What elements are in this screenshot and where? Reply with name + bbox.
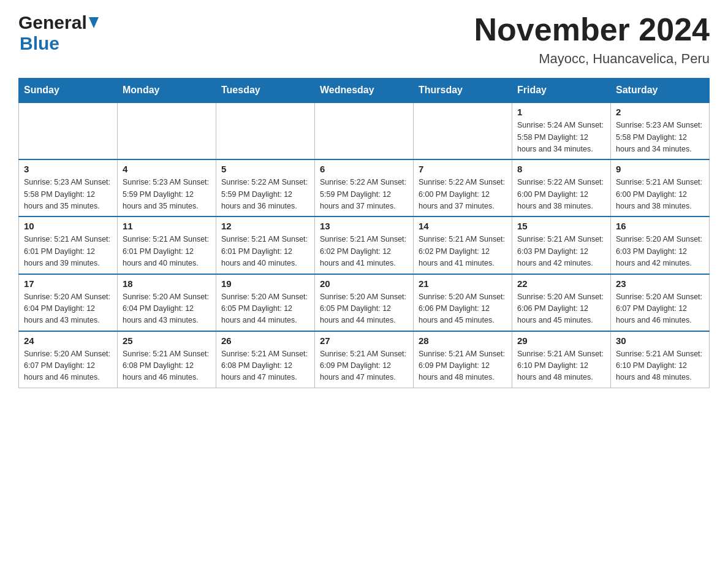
day-info: Sunrise: 5:23 AM Sunset: 5:58 PM Dayligh…	[24, 177, 112, 212]
day-number: 9	[616, 164, 704, 174]
calendar-cell: 14Sunrise: 5:21 AM Sunset: 6:02 PM Dayli…	[414, 216, 512, 274]
day-info: Sunrise: 5:24 AM Sunset: 5:58 PM Dayligh…	[517, 120, 605, 155]
calendar-cell: 5Sunrise: 5:22 AM Sunset: 5:59 PM Daylig…	[216, 159, 315, 216]
calendar-cell: 2Sunrise: 5:23 AM Sunset: 5:58 PM Daylig…	[611, 102, 710, 159]
logo-triangle-icon	[89, 17, 99, 31]
day-info: Sunrise: 5:21 AM Sunset: 6:08 PM Dayligh…	[123, 348, 211, 384]
day-info: Sunrise: 5:21 AM Sunset: 6:09 PM Dayligh…	[320, 348, 408, 384]
calendar-cell: 18Sunrise: 5:20 AM Sunset: 6:04 PM Dayli…	[118, 274, 216, 331]
calendar-cell	[118, 102, 216, 159]
day-number: 27	[320, 335, 408, 346]
calendar-cell: 26Sunrise: 5:21 AM Sunset: 6:08 PM Dayli…	[216, 331, 315, 388]
day-number: 24	[24, 335, 112, 346]
page-title: November 2024	[474, 12, 710, 47]
calendar-cell: 1Sunrise: 5:24 AM Sunset: 5:58 PM Daylig…	[512, 102, 611, 159]
day-number: 3	[24, 164, 112, 174]
calendar-cell: 10Sunrise: 5:21 AM Sunset: 6:01 PM Dayli…	[19, 216, 118, 274]
day-number: 19	[221, 278, 309, 289]
day-info: Sunrise: 5:22 AM Sunset: 5:59 PM Dayligh…	[221, 177, 309, 212]
calendar-cell: 3Sunrise: 5:23 AM Sunset: 5:58 PM Daylig…	[19, 159, 118, 216]
calendar-cell: 8Sunrise: 5:22 AM Sunset: 6:00 PM Daylig…	[512, 159, 611, 216]
calendar-cell: 28Sunrise: 5:21 AM Sunset: 6:09 PM Dayli…	[414, 331, 512, 388]
day-number: 17	[24, 278, 112, 289]
calendar-cell: 13Sunrise: 5:21 AM Sunset: 6:02 PM Dayli…	[315, 216, 414, 274]
day-number: 16	[616, 221, 704, 231]
day-info: Sunrise: 5:20 AM Sunset: 6:03 PM Dayligh…	[616, 234, 704, 269]
week-row-3: 10Sunrise: 5:21 AM Sunset: 6:01 PM Dayli…	[19, 216, 710, 274]
day-info: Sunrise: 5:22 AM Sunset: 6:00 PM Dayligh…	[517, 177, 605, 212]
day-number: 6	[320, 164, 408, 174]
calendar-cell: 22Sunrise: 5:20 AM Sunset: 6:06 PM Dayli…	[512, 274, 611, 331]
calendar-cell: 19Sunrise: 5:20 AM Sunset: 6:05 PM Dayli…	[216, 274, 315, 331]
title-area: November 2024 Mayocc, Huancavelica, Peru	[474, 12, 710, 67]
day-info: Sunrise: 5:21 AM Sunset: 6:00 PM Dayligh…	[616, 177, 704, 212]
logo-blue-text: Blue	[20, 33, 59, 54]
week-row-5: 24Sunrise: 5:20 AM Sunset: 6:07 PM Dayli…	[19, 331, 710, 388]
day-info: Sunrise: 5:21 AM Sunset: 6:10 PM Dayligh…	[616, 348, 704, 384]
day-number: 14	[419, 221, 507, 231]
week-row-1: 1Sunrise: 5:24 AM Sunset: 5:58 PM Daylig…	[19, 102, 710, 159]
day-info: Sunrise: 5:23 AM Sunset: 5:59 PM Dayligh…	[123, 177, 211, 212]
day-info: Sunrise: 5:20 AM Sunset: 6:06 PM Dayligh…	[419, 291, 507, 327]
day-number: 23	[616, 278, 704, 289]
day-info: Sunrise: 5:21 AM Sunset: 6:09 PM Dayligh…	[419, 348, 507, 384]
calendar-header-monday: Monday	[118, 79, 216, 103]
calendar-cell: 20Sunrise: 5:20 AM Sunset: 6:05 PM Dayli…	[315, 274, 414, 331]
calendar-cell: 6Sunrise: 5:22 AM Sunset: 5:59 PM Daylig…	[315, 159, 414, 216]
calendar-cell: 29Sunrise: 5:21 AM Sunset: 6:10 PM Dayli…	[512, 331, 611, 388]
calendar-cell: 23Sunrise: 5:20 AM Sunset: 6:07 PM Dayli…	[611, 274, 710, 331]
day-info: Sunrise: 5:21 AM Sunset: 6:01 PM Dayligh…	[123, 234, 211, 269]
day-info: Sunrise: 5:21 AM Sunset: 6:02 PM Dayligh…	[419, 234, 507, 269]
calendar-cell: 7Sunrise: 5:22 AM Sunset: 6:00 PM Daylig…	[414, 159, 512, 216]
day-number: 29	[517, 335, 605, 346]
calendar-cell: 9Sunrise: 5:21 AM Sunset: 6:00 PM Daylig…	[611, 159, 710, 216]
day-number: 20	[320, 278, 408, 289]
logo: General Blue	[18, 12, 99, 54]
calendar-cell: 11Sunrise: 5:21 AM Sunset: 6:01 PM Dayli…	[118, 216, 216, 274]
calendar-header-wednesday: Wednesday	[315, 79, 414, 103]
calendar-header-row: SundayMondayTuesdayWednesdayThursdayFrid…	[19, 79, 710, 103]
day-info: Sunrise: 5:21 AM Sunset: 6:03 PM Dayligh…	[517, 234, 605, 269]
day-info: Sunrise: 5:20 AM Sunset: 6:05 PM Dayligh…	[221, 291, 309, 327]
svg-marker-0	[89, 17, 99, 28]
day-number: 7	[419, 164, 507, 174]
calendar-cell: 16Sunrise: 5:20 AM Sunset: 6:03 PM Dayli…	[611, 216, 710, 274]
calendar-cell: 25Sunrise: 5:21 AM Sunset: 6:08 PM Dayli…	[118, 331, 216, 388]
calendar-header-thursday: Thursday	[414, 79, 512, 103]
day-info: Sunrise: 5:21 AM Sunset: 6:10 PM Dayligh…	[517, 348, 605, 384]
day-info: Sunrise: 5:21 AM Sunset: 6:02 PM Dayligh…	[320, 234, 408, 269]
day-info: Sunrise: 5:23 AM Sunset: 5:58 PM Dayligh…	[616, 120, 704, 155]
day-info: Sunrise: 5:22 AM Sunset: 5:59 PM Dayligh…	[320, 177, 408, 212]
location-subtitle: Mayocc, Huancavelica, Peru	[474, 51, 710, 67]
day-number: 12	[221, 221, 309, 231]
calendar-cell: 27Sunrise: 5:21 AM Sunset: 6:09 PM Dayli…	[315, 331, 414, 388]
day-info: Sunrise: 5:20 AM Sunset: 6:07 PM Dayligh…	[616, 291, 704, 327]
day-number: 26	[221, 335, 309, 346]
logo-general-text: General	[18, 12, 87, 33]
day-number: 15	[517, 221, 605, 231]
calendar-cell: 24Sunrise: 5:20 AM Sunset: 6:07 PM Dayli…	[19, 331, 118, 388]
day-info: Sunrise: 5:20 AM Sunset: 6:07 PM Dayligh…	[24, 348, 112, 384]
day-info: Sunrise: 5:20 AM Sunset: 6:05 PM Dayligh…	[320, 291, 408, 327]
calendar-cell: 12Sunrise: 5:21 AM Sunset: 6:01 PM Dayli…	[216, 216, 315, 274]
calendar-cell	[19, 102, 118, 159]
day-number: 2	[616, 107, 704, 117]
day-number: 4	[123, 164, 211, 174]
day-number: 13	[320, 221, 408, 231]
day-number: 5	[221, 164, 309, 174]
calendar-cell: 21Sunrise: 5:20 AM Sunset: 6:06 PM Dayli…	[414, 274, 512, 331]
day-number: 1	[517, 107, 605, 117]
day-number: 25	[123, 335, 211, 346]
calendar-header-sunday: Sunday	[19, 79, 118, 103]
day-info: Sunrise: 5:22 AM Sunset: 6:00 PM Dayligh…	[419, 177, 507, 212]
page-header: General Blue November 2024 Mayocc, Huanc…	[18, 12, 710, 67]
day-number: 8	[517, 164, 605, 174]
calendar-table: SundayMondayTuesdayWednesdayThursdayFrid…	[18, 78, 710, 388]
day-info: Sunrise: 5:20 AM Sunset: 6:06 PM Dayligh…	[517, 291, 605, 327]
week-row-4: 17Sunrise: 5:20 AM Sunset: 6:04 PM Dayli…	[19, 274, 710, 331]
day-number: 11	[123, 221, 211, 231]
day-number: 18	[123, 278, 211, 289]
day-number: 28	[419, 335, 507, 346]
day-info: Sunrise: 5:20 AM Sunset: 6:04 PM Dayligh…	[123, 291, 211, 327]
day-info: Sunrise: 5:20 AM Sunset: 6:04 PM Dayligh…	[24, 291, 112, 327]
